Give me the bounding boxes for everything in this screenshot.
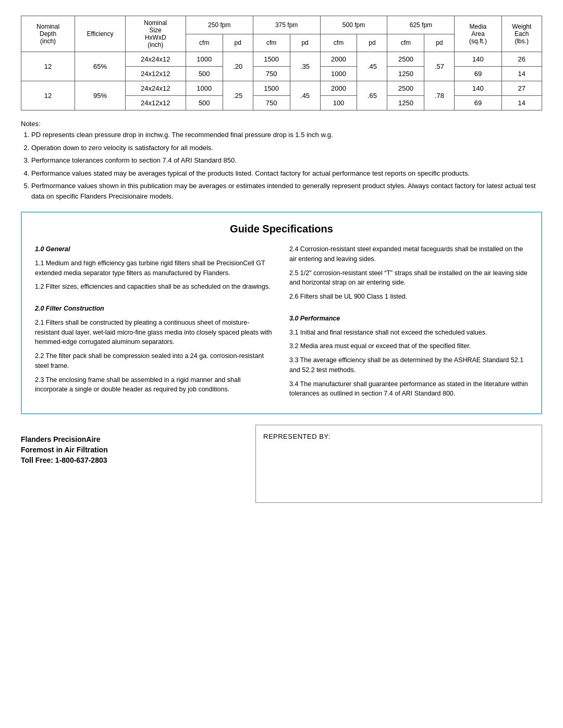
weight-1a: 26 — [501, 52, 542, 67]
th-pd-250: pd — [223, 34, 253, 52]
section1-heading: 1.0 General — [35, 244, 274, 254]
th-250fpm: 250 fpm — [186, 16, 253, 34]
cfm625-2b: 1250 — [387, 96, 424, 110]
th-cfm-375: cfm — [253, 34, 290, 52]
spec-3-1: 3.1 Initial and final resistance shall n… — [289, 328, 528, 338]
pd375-2: .45 — [290, 81, 320, 110]
represented-by-label: REPRESENTED BY: — [263, 433, 534, 440]
media-1a: 140 — [455, 52, 501, 67]
pd500-2: .65 — [357, 81, 387, 110]
spec-1-2: 1.2 Filter sizes, efficiencies and capac… — [35, 282, 274, 292]
note-3: Performance tolerances conform to sectio… — [31, 155, 542, 166]
pd250-1: .20 — [223, 52, 253, 81]
size-1b: 24x12x12 — [125, 67, 186, 81]
spec-3-3: 3.3 The average efficiency shall be as d… — [289, 355, 528, 375]
efficiency-2: 95% — [75, 81, 126, 110]
cfm250-1a: 1000 — [186, 52, 223, 67]
cfm250-2b: 500 — [186, 96, 223, 110]
th-nominal-depth: NominalDepth(inch) — [21, 16, 75, 52]
section3-heading: 3.0 Performance — [289, 314, 528, 324]
weight-2a: 27 — [501, 81, 542, 96]
th-weight: WeightEach(lbs.) — [501, 16, 542, 52]
pd500-1: .45 — [357, 52, 387, 81]
guide-specs-title: Guide Specifications — [35, 223, 528, 235]
footer-section: Flanders PrecisionAire Foremost in Air F… — [21, 425, 542, 503]
pd625-2: .78 — [424, 81, 455, 110]
section2-heading: 2.0 Filter Construction — [35, 304, 274, 314]
th-cfm-625: cfm — [387, 34, 424, 52]
spec-2-5: 2.5 1/2" corrosion-resistant steel “T” s… — [289, 268, 528, 288]
spec-2-4: 2.4 Corrosion-resistant steel expanded m… — [289, 244, 528, 264]
company-tagline: Foremost in Air Filtration — [21, 446, 255, 454]
cfm500-1a: 2000 — [320, 52, 357, 67]
pd250-2: .25 — [223, 81, 253, 110]
cfm375-1b: 750 — [253, 67, 290, 81]
nominal-depth-2: 12 — [21, 81, 75, 110]
size-2a: 24x24x12 — [125, 81, 186, 96]
note-1: PD represents clean pressure drop in inc… — [31, 130, 542, 140]
specs-columns: 1.0 General 1.1 Medium and high efficien… — [35, 244, 528, 403]
cfm625-2a: 2500 — [387, 81, 424, 96]
cfm375-2b: 750 — [253, 96, 290, 110]
table-row: 12 95% 24x24x12 1000 .25 1500 .45 2000 .… — [21, 81, 542, 96]
cfm500-1b: 1000 — [320, 67, 357, 81]
th-625fpm: 625 fpm — [387, 16, 455, 34]
footer-right: REPRESENTED BY: — [255, 425, 542, 503]
note-2: Operation down to zero velocity is satis… — [31, 143, 542, 153]
cfm250-1b: 500 — [186, 67, 223, 81]
spec-1-1: 1.1 Medium and high efficiency gas turbi… — [35, 258, 274, 278]
notes-section: Notes: PD represents clean pressure drop… — [21, 120, 542, 201]
table-row: 12 65% 24x24x12 1000 .20 1500 .35 2000 .… — [21, 52, 542, 67]
th-cfm-500: cfm — [320, 34, 357, 52]
spec-2-6: 2.6 Filters shall be UL 900 Class 1 list… — [289, 292, 528, 302]
performance-table: NominalDepth(inch) Efficiency NominalSiz… — [21, 16, 542, 110]
notes-list: PD represents clean pressure drop in inc… — [31, 130, 542, 201]
spec-2-1: 2.1 Filters shall be constructed by plea… — [35, 318, 274, 347]
cfm625-1b: 1250 — [387, 67, 424, 81]
spec-3-2: 3.2 Media area must equal or exceed that… — [289, 341, 528, 351]
cfm625-1a: 2500 — [387, 52, 424, 67]
footer-left: Flanders PrecisionAire Foremost in Air F… — [21, 425, 255, 503]
specs-left-column: 1.0 General 1.1 Medium and high efficien… — [35, 244, 274, 403]
notes-label: Notes: — [21, 120, 542, 128]
th-500fpm: 500 fpm — [320, 16, 387, 34]
spec-3-4: 3.4 The manufacturer shall guarantee per… — [289, 379, 528, 399]
nominal-depth-1: 12 — [21, 52, 75, 81]
specs-right-column: 2.4 Corrosion-resistant steel expanded m… — [289, 244, 528, 403]
company-phone: Toll Free: 1-800-637-2803 — [21, 456, 255, 464]
weight-1b: 14 — [501, 67, 542, 81]
company-name: Flanders PrecisionAire — [21, 435, 255, 443]
th-pd-500: pd — [357, 34, 387, 52]
note-5: Perfmormance values shown in this public… — [31, 181, 542, 201]
th-nominal-size: NominalSizeHxWxD(inch) — [125, 16, 186, 52]
media-1b: 69 — [455, 67, 501, 81]
note-4: Performance values stated may be average… — [31, 168, 542, 179]
pd375-1: .35 — [290, 52, 320, 81]
th-375fpm: 375 fpm — [253, 16, 320, 34]
spec-2-3: 2.3 The enclosing frame shall be assembl… — [35, 375, 274, 395]
cfm500-2b: 100 — [320, 96, 357, 110]
th-cfm-250: cfm — [186, 34, 223, 52]
cfm250-2a: 1000 — [186, 81, 223, 96]
guide-specs-section: Guide Specifications 1.0 General 1.1 Med… — [21, 212, 542, 414]
size-2b: 24x12x12 — [125, 96, 186, 110]
th-pd-625: pd — [424, 34, 455, 52]
size-1a: 24x24x12 — [125, 52, 186, 67]
cfm375-1a: 1500 — [253, 52, 290, 67]
weight-2b: 14 — [501, 96, 542, 110]
th-efficiency: Efficiency — [75, 16, 126, 52]
th-pd-375: pd — [290, 34, 320, 52]
media-2b: 69 — [455, 96, 501, 110]
th-media-area: MediaArea(sq.ft.) — [455, 16, 501, 52]
efficiency-1: 65% — [75, 52, 126, 81]
pd625-1: .57 — [424, 52, 455, 81]
cfm375-2a: 1500 — [253, 81, 290, 96]
cfm500-2a: 2000 — [320, 81, 357, 96]
spec-2-2: 2.2 The filter pack shall be compression… — [35, 351, 274, 371]
media-2a: 140 — [455, 81, 501, 96]
